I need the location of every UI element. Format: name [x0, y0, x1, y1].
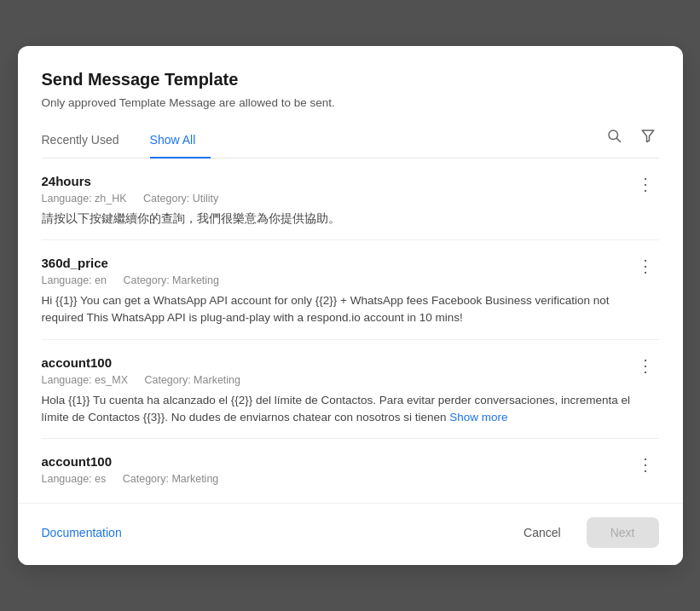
template-meta: Language: es_MX Category: Marketing	[42, 374, 659, 386]
show-more-link[interactable]: Show more	[449, 411, 507, 424]
template-category: Category: Marketing	[123, 473, 219, 485]
svg-line-1	[616, 138, 620, 141]
template-category: Category: Utility	[143, 193, 218, 205]
search-icon	[606, 128, 622, 147]
template-name: 360d_price	[42, 256, 659, 270]
template-body: Hola {{1}} Tu cuenta ha alcanzado el {{2…	[42, 392, 659, 427]
svg-marker-2	[642, 130, 654, 142]
tab-show-all[interactable]: Show All	[150, 124, 211, 159]
search-button[interactable]	[603, 126, 625, 149]
template-language: Language: zh_HK	[42, 193, 127, 205]
tabs-row: Recently Used Show All	[42, 124, 659, 159]
modal-title: Send Message Template	[42, 70, 659, 89]
tabs-container: Recently Used Show All	[42, 124, 227, 158]
template-item: 360d_price Language: en Category: Market…	[42, 240, 659, 340]
template-more-button[interactable]: ⋮	[632, 174, 659, 194]
template-item: account100 Language: es Category: Market…	[42, 439, 659, 503]
modal-header: Send Message Template Only approved Temp…	[18, 46, 683, 159]
template-list: 24hours Language: zh_HK Category: Utilit…	[18, 159, 683, 503]
template-more-button[interactable]: ⋮	[632, 454, 659, 475]
template-category: Category: Marketing	[144, 374, 240, 386]
template-name: account100	[42, 454, 659, 469]
template-meta: Language: zh_HK Category: Utility	[42, 193, 659, 205]
template-item: 24hours Language: zh_HK Category: Utilit…	[42, 159, 659, 240]
documentation-link[interactable]: Documentation	[42, 526, 122, 539]
template-meta: Language: en Category: Marketing	[42, 274, 659, 286]
template-meta: Language: es Category: Marketing	[42, 473, 659, 485]
template-item: account100 Language: es_MX Category: Mar…	[42, 340, 659, 440]
filter-button[interactable]	[637, 126, 659, 149]
footer-actions: Cancel Next	[508, 517, 658, 548]
modal-subtitle: Only approved Template Message are allow…	[42, 96, 659, 109]
template-language: Language: es_MX	[42, 374, 128, 386]
template-body: 請按以下按鍵繼續你的查詢，我們很樂意為你提供協助。	[42, 210, 659, 228]
template-category: Category: Marketing	[123, 274, 219, 286]
cancel-button[interactable]: Cancel	[508, 519, 576, 546]
modal-footer: Documentation Cancel Next	[18, 503, 683, 565]
modal-overlay: Send Message Template Only approved Temp…	[0, 0, 700, 611]
template-body: Hi {{1}} You can get a WhatsApp API acco…	[42, 292, 659, 327]
template-name: account100	[42, 355, 659, 370]
tab-icons	[603, 126, 659, 156]
template-name: 24hours	[42, 174, 659, 188]
filter-icon	[640, 128, 656, 147]
send-message-template-modal: Send Message Template Only approved Temp…	[18, 46, 683, 565]
template-more-button[interactable]: ⋮	[632, 355, 659, 376]
template-language: Language: en	[42, 274, 107, 286]
next-button[interactable]: Next	[587, 517, 659, 548]
tab-recently-used[interactable]: Recently Used	[42, 124, 135, 159]
template-more-button[interactable]: ⋮	[632, 256, 659, 276]
template-language: Language: es	[42, 473, 107, 485]
